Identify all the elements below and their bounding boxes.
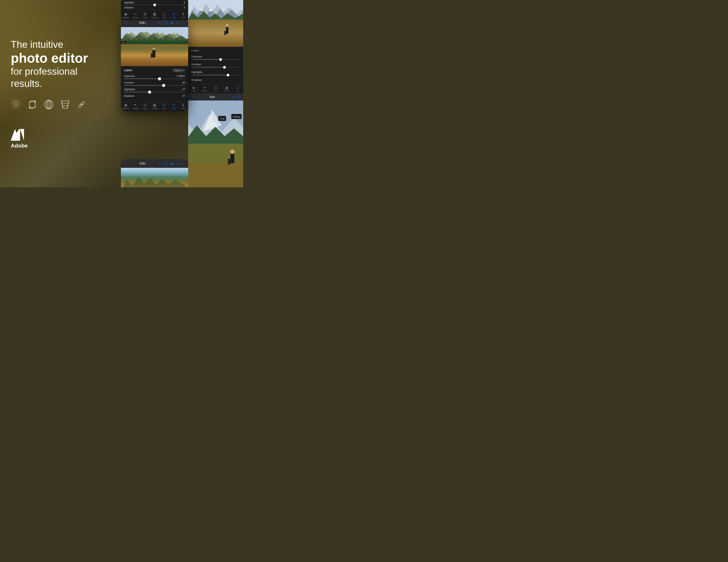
p2-undo[interactable]: ↩	[232, 95, 235, 99]
highlights-track-main[interactable]	[124, 92, 185, 92]
toolbar-color-1[interactable]: 🌡 Color	[179, 12, 187, 19]
bp-share[interactable]: ↗	[176, 161, 179, 166]
adobe-logo-mark	[11, 129, 24, 141]
phone2-topbar: ← Edit ▾ ↩ ?	[188, 93, 243, 100]
exposure-value: 0.46EV	[177, 74, 185, 77]
p2-title: Edit	[210, 95, 215, 98]
toolbar-healing-1[interactable]: ✂ Healing	[131, 12, 139, 19]
bt-light-active[interactable]: ☀ Light	[170, 103, 178, 109]
highlights-track[interactable]	[124, 4, 185, 5]
svg-rect-46	[231, 154, 234, 163]
toolbar-presets-1[interactable]: ▦ Presets	[151, 12, 158, 19]
rbt-presets[interactable]: ▦ Presets	[223, 86, 230, 92]
light-panel: LIGHT Curve ✓ Exposure 0.46EV Contrast 4…	[121, 66, 188, 101]
shadows-label-main: Shadows	[124, 94, 134, 97]
svg-point-36	[226, 24, 229, 27]
r-contrast-track[interactable]	[191, 67, 240, 67]
rbt-presets-icon: ▦	[225, 86, 228, 90]
contrast-label: Contrast	[124, 81, 134, 84]
svg-rect-47	[228, 159, 231, 164]
hero-text-container: The intuitive photo editor for professio…	[11, 38, 111, 90]
bt-color[interactable]: 🌡 Color	[179, 103, 187, 109]
right-exposure-row: Exposure	[191, 55, 240, 60]
svg-point-0	[14, 102, 18, 106]
bp-add[interactable]: ⊕	[171, 161, 174, 166]
crop-rotate-icon	[27, 99, 38, 111]
undo-icon[interactable]: ↩	[158, 21, 161, 25]
exposure-label: Exposure	[124, 74, 135, 77]
help-icon[interactable]: ?	[164, 21, 168, 25]
shadows-row: Shadows 37	[124, 94, 185, 97]
light-header-row: LIGHT Curve ✓	[124, 68, 185, 72]
light-icon-1: ☀	[172, 12, 175, 16]
svg-rect-37	[226, 27, 228, 34]
bottom-phone-topbar: ← Edit ▾ ↩ ? ⊕ ↗ ⋯	[121, 159, 188, 168]
bt-healing[interactable]: ✒ Healing	[131, 103, 139, 109]
main-phone: ← Edit ▾ ↩ ? ⊕ ↗ ⋯	[121, 19, 188, 111]
svg-point-45	[230, 149, 235, 154]
highlights-slider-row: Highlights -27	[124, 88, 185, 92]
far-right-healing-label: Healing	[231, 114, 242, 119]
svg-line-14	[67, 101, 69, 108]
bt-crop[interactable]: ⊡ Crop	[141, 103, 149, 109]
right-highlights-row: Highlights	[191, 70, 240, 75]
svg-rect-44	[188, 144, 243, 162]
svg-line-6	[19, 106, 20, 107]
color-icon-1: 🌡	[182, 12, 185, 16]
rbt-auto-icon: ⬡	[236, 86, 239, 90]
rbt-masking-icon: ◉	[192, 86, 195, 90]
share-icon[interactable]: ↗	[176, 21, 179, 25]
nav-center: Edit ▾	[139, 21, 147, 25]
rbt-auto[interactable]: ⬡ Aut	[234, 86, 241, 92]
bp-right-icons: ↩ ? ⊕ ↗ ⋯	[159, 161, 185, 166]
rbt-healing[interactable]: ✒ Healing	[201, 86, 208, 92]
right-column: LIGHT Exposure Contrast Highlights	[188, 0, 243, 187]
shadows-value-partial: 0	[184, 6, 185, 9]
bt-crop-icon: ⊡	[144, 103, 146, 107]
p2-help[interactable]: ?	[237, 95, 240, 99]
p2-chevron: ▾	[215, 96, 217, 98]
masking-icon-1: ◉	[124, 12, 127, 16]
r-exposure-track[interactable]	[191, 59, 240, 60]
vignette-icon	[43, 99, 54, 111]
bp-photo-preview	[121, 168, 188, 187]
bt-light-icon: ☀	[172, 103, 175, 107]
toolbar-auto-1[interactable]: ⬡ Auto	[160, 12, 168, 19]
bt-color-icon: 🌡	[182, 103, 185, 107]
bottom-phone-partial: ← Edit ▾ ↩ ? ⊕ ↗ ⋯	[121, 159, 188, 187]
bp-more[interactable]: ⋯	[182, 161, 185, 166]
back-arrow-icon[interactable]: ←	[124, 21, 128, 25]
grid-perspective-icon	[60, 99, 70, 111]
r-highlights-track[interactable]	[191, 75, 240, 75]
p2-back[interactable]: ←	[191, 95, 194, 99]
bp-title: Edit	[140, 162, 145, 165]
bp-undo[interactable]: ↩	[159, 161, 162, 166]
r-contrast-label: Contrast	[191, 63, 201, 66]
bt-presets[interactable]: ▦ Presets	[150, 103, 159, 109]
exposure-track[interactable]	[124, 78, 185, 79]
bp-help[interactable]: ?	[164, 161, 168, 166]
rbt-masking[interactable]: ◉ Masking	[190, 86, 197, 92]
bottom-toolbar-main: ◉ Masking ✒ Healing ⊡ Crop ▦ Presets ⬡ A…	[121, 101, 188, 111]
svg-rect-38	[224, 31, 226, 35]
curve-button[interactable]: Curve ✓	[172, 68, 185, 72]
bt-auto[interactable]: ⬡ Auto	[160, 103, 168, 109]
svg-line-8	[13, 106, 14, 107]
adobe-brand-name: Adobe	[11, 143, 111, 149]
presets-icon-1: ▦	[153, 12, 156, 16]
toolbar-crop-1[interactable]: ⊞ Crop	[141, 12, 149, 19]
highlights-value-main: -27	[181, 88, 185, 91]
bt-masking[interactable]: ◉ Masking	[122, 103, 130, 109]
add-icon[interactable]: ⊕	[170, 20, 174, 25]
rbt-crop-icon: ⊡	[214, 86, 217, 90]
bp-back[interactable]: ←	[124, 161, 128, 166]
rbt-crop[interactable]: ⊡ Crop	[212, 86, 219, 92]
bt-healing-icon: ✒	[134, 103, 137, 107]
bp-chevron: ▾	[146, 162, 147, 165]
more-icon[interactable]: ⋯	[181, 20, 185, 25]
contrast-track[interactable]	[124, 85, 185, 86]
healing-icon-1: ✂	[134, 12, 137, 16]
toolbar-masking-1[interactable]: ◉ Masking	[122, 12, 130, 19]
svg-point-18	[81, 104, 82, 105]
toolbar-light-1-active[interactable]: ☀ Light	[170, 12, 178, 19]
